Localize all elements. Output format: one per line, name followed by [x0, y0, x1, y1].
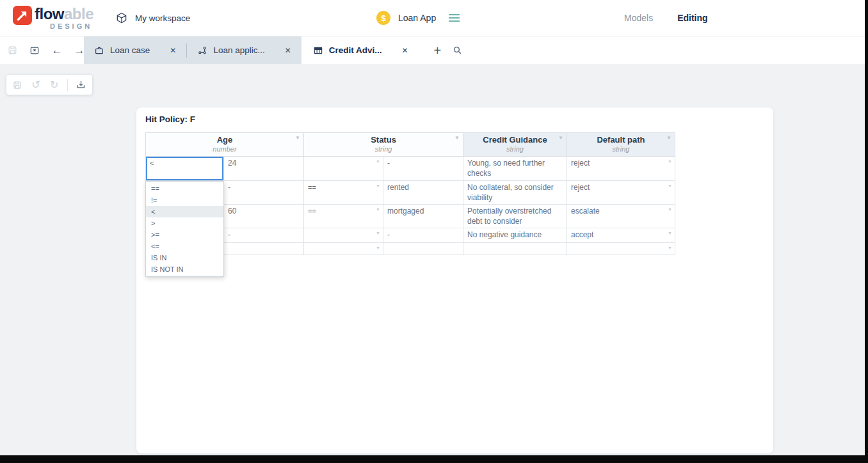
- workspace-cube-icon: [115, 12, 128, 24]
- default-path-cell[interactable]: reject▼: [567, 157, 675, 181]
- default-path-cell[interactable]: reject▼: [567, 181, 675, 205]
- dropdown-option[interactable]: >: [146, 217, 223, 229]
- column-header-credit-guidance[interactable]: Credit Guidance string ▼: [463, 133, 567, 157]
- default-path-cell[interactable]: ▼: [567, 243, 675, 255]
- dropdown-option[interactable]: >=: [146, 229, 223, 240]
- guidance-cell[interactable]: No collateral, so consider viability: [463, 181, 567, 205]
- status-value-cell[interactable]: [383, 243, 463, 255]
- status-operator-cell[interactable]: ==▼: [304, 181, 383, 205]
- brand-wordmark: flowable: [35, 6, 93, 22]
- app-coin-icon: $: [376, 11, 390, 25]
- search-icon[interactable]: [452, 45, 463, 56]
- download-icon[interactable]: [76, 79, 86, 91]
- status-value-cell[interactable]: mortgaged: [383, 205, 463, 228]
- dropdown-option[interactable]: <=: [146, 240, 223, 252]
- editor-canvas: Hit Policy: F Age number ▼ Status string…: [0, 64, 865, 455]
- redo-icon[interactable]: ↻: [49, 79, 60, 91]
- status-operator-cell[interactable]: ==▼: [304, 205, 383, 228]
- table-row: - ▼ - No negative guidance accept▼: [146, 228, 675, 243]
- save-icon[interactable]: [12, 79, 23, 91]
- status-value-cell[interactable]: rented: [383, 181, 463, 205]
- brand-subtitle: DESIGN: [50, 22, 93, 30]
- guidance-cell[interactable]: Young, so need further checks: [463, 157, 567, 181]
- model-toolbar: ↺ ↻: [6, 75, 92, 95]
- guidance-cell[interactable]: No negative guidance: [463, 228, 567, 243]
- table-row: < 24 ▼ - Young, so need further checks r…: [146, 157, 675, 181]
- chevron-down-icon[interactable]: ▼: [376, 246, 380, 250]
- close-icon[interactable]: ✕: [170, 46, 176, 55]
- tab-loan-application[interactable]: Loan applic... ✕: [187, 36, 301, 64]
- age-value-cell[interactable]: -: [224, 228, 304, 243]
- close-icon[interactable]: ✕: [285, 46, 291, 55]
- age-operator-cell[interactable]: <: [146, 157, 224, 181]
- column-menu-icon[interactable]: ▼: [295, 136, 300, 141]
- table-row: 60 ==▼ mortgaged Potentially overstretch…: [146, 205, 675, 228]
- status-operator-cell[interactable]: ▼: [304, 157, 383, 181]
- chevron-down-icon[interactable]: ▼: [376, 184, 380, 188]
- column-menu-icon[interactable]: ▼: [666, 136, 671, 141]
- chevron-down-icon[interactable]: ▼: [376, 207, 380, 212]
- dropdown-option[interactable]: IS IN: [146, 252, 223, 263]
- tab-label: Loan case: [110, 45, 150, 55]
- table-row: ▼ ▼: [146, 243, 675, 255]
- table-row: - ==▼ rented No collateral, so consider …: [146, 181, 675, 205]
- hit-policy-label: Hit Policy: F: [145, 114, 195, 124]
- close-icon[interactable]: ✕: [402, 46, 408, 55]
- column-header-age[interactable]: Age number ▼: [146, 133, 304, 157]
- default-path-cell[interactable]: escalate▼: [567, 205, 675, 228]
- briefcase-icon: [94, 45, 104, 56]
- tab-nav-controls: ← →: [5, 36, 86, 64]
- top-bar: flowable DESIGN My workspace $ Loan App …: [0, 0, 865, 36]
- tab-credit-advice[interactable]: Credit Advi... ✕: [301, 36, 420, 64]
- age-value-cell[interactable]: [224, 243, 304, 255]
- window-edge-right: [865, 0, 868, 463]
- column-menu-icon[interactable]: ▼: [454, 136, 460, 141]
- tab-label: Credit Advi...: [329, 45, 382, 55]
- chevron-down-icon[interactable]: ▼: [376, 159, 380, 164]
- status-operator-cell[interactable]: ▼: [304, 243, 383, 255]
- guidance-cell[interactable]: Potentially overstretched debt to consid…: [463, 205, 567, 228]
- dropdown-option[interactable]: IS NOT IN: [146, 263, 223, 275]
- nav-models[interactable]: Models: [624, 13, 653, 23]
- case-diagram-icon: [197, 45, 207, 56]
- age-value-cell[interactable]: -: [224, 181, 304, 205]
- status-value-cell[interactable]: -: [383, 157, 463, 181]
- status-value-cell[interactable]: -: [383, 228, 463, 243]
- back-icon[interactable]: ←: [50, 43, 64, 58]
- window-edge-bottom: [0, 455, 868, 463]
- dropdown-option[interactable]: ==: [146, 183, 223, 194]
- tab-bar: ← → Loan case ✕ Loan applic... ✕: [0, 36, 865, 64]
- chevron-down-icon[interactable]: ▼: [376, 231, 380, 235]
- guidance-cell[interactable]: [463, 243, 567, 255]
- undo-icon[interactable]: ↺: [31, 79, 42, 91]
- column-header-default-path[interactable]: Default path string ▼: [567, 133, 675, 157]
- age-value-cell[interactable]: 24: [224, 157, 304, 181]
- toolbar-separator: [67, 79, 68, 91]
- tab-label: Loan applic...: [213, 45, 264, 55]
- age-value-cell[interactable]: 60: [224, 205, 304, 228]
- chevron-down-icon[interactable]: ▼: [668, 207, 672, 212]
- app-switcher: $ Loan App: [376, 0, 461, 36]
- status-operator-cell[interactable]: ▼: [304, 228, 383, 243]
- tab-loan-case[interactable]: Loan case ✕: [84, 36, 186, 64]
- operator-dropdown: == != < > >= <= IS IN IS NOT IN: [145, 181, 224, 277]
- close-all-tabs-icon[interactable]: [28, 43, 42, 58]
- top-nav: Models Editing: [624, 0, 708, 36]
- workspace-selector[interactable]: My workspace: [115, 0, 190, 36]
- new-tab-icon[interactable]: +: [434, 44, 442, 57]
- chevron-down-icon[interactable]: ▼: [668, 246, 672, 250]
- save-icon[interactable]: [5, 43, 19, 58]
- dropdown-option[interactable]: !=: [146, 194, 223, 206]
- flowable-logo: flowable DESIGN: [13, 6, 93, 30]
- column-header-status[interactable]: Status string ▼: [304, 133, 463, 157]
- default-path-cell[interactable]: accept▼: [567, 228, 675, 243]
- chevron-down-icon[interactable]: ▼: [668, 231, 672, 235]
- chevron-down-icon[interactable]: ▼: [668, 159, 672, 164]
- app-menu-icon[interactable]: [447, 12, 461, 24]
- column-menu-icon[interactable]: ▼: [558, 136, 563, 141]
- dropdown-option[interactable]: <: [146, 206, 223, 217]
- decision-table: Age number ▼ Status string ▼ Credit Guid…: [145, 132, 675, 255]
- chevron-down-icon[interactable]: ▼: [668, 184, 672, 188]
- nav-editing[interactable]: Editing: [677, 13, 707, 23]
- decision-table-icon: [313, 45, 323, 56]
